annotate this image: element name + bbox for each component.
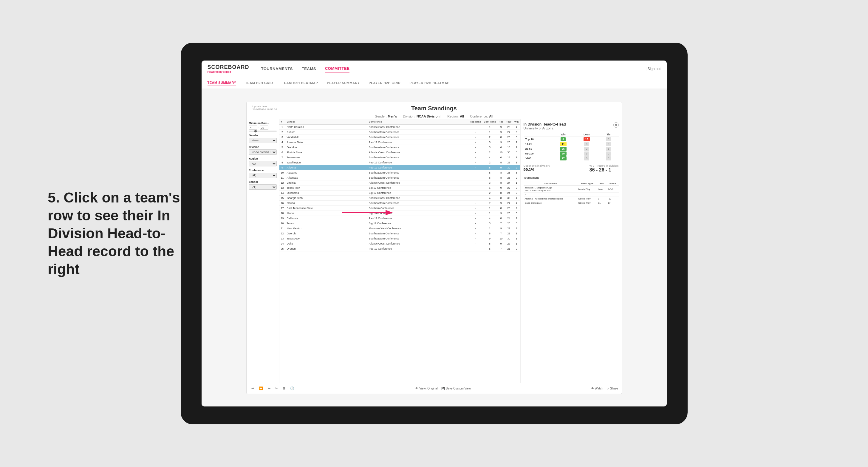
table-row[interactable]: 25 Oregon Pac-12 Conference - 5 7 21 0 xyxy=(279,246,520,251)
table-row[interactable]: 22 Georgia Southeastern Conference - 8 7… xyxy=(279,231,520,236)
table-row[interactable]: 2 Auburn Southeastern Conference - 1 9 2… xyxy=(279,130,520,135)
cell-tour: 23 xyxy=(505,125,513,130)
cell-win: 3 xyxy=(513,211,520,216)
cell-reg-rank: - xyxy=(468,236,483,241)
cell-school: Florida State xyxy=(285,150,367,155)
min-rounds-min-input[interactable] xyxy=(249,126,257,130)
cell-tour: 24 xyxy=(505,201,513,206)
cell-tour: 18 xyxy=(505,155,513,160)
table-row[interactable]: 21 New Mexico Mountain West Conference -… xyxy=(279,226,520,231)
table-row[interactable]: 23 Texas A&M Southeastern Conference - 9… xyxy=(279,236,520,241)
table-row[interactable]: 18 Illinois Big Ten Conference - 1 9 26 … xyxy=(279,211,520,216)
table-row[interactable]: 17 East Tennessee State Southern Confere… xyxy=(279,206,520,211)
table-row[interactable]: 7 Tennessee Southeastern Conference - 4 … xyxy=(279,155,520,160)
conference-sidebar-select[interactable]: (All) xyxy=(249,173,277,178)
cell-school: Alabama xyxy=(285,170,367,175)
gender-sidebar-select[interactable]: Men's xyxy=(249,138,277,143)
tournament-col-event-type: Event Type xyxy=(577,182,597,186)
col-rds: Rds xyxy=(497,119,505,125)
cell-school: Oregon xyxy=(285,246,367,251)
cell-reg-rank: - xyxy=(468,155,483,160)
col-school: School xyxy=(285,119,367,125)
h2h-close-button[interactable]: ✕ xyxy=(613,122,619,128)
cell-num: 13 xyxy=(279,186,285,191)
region-sidebar-select[interactable]: N/A xyxy=(249,161,277,166)
nav-bar: SCOREBOARD Powered by clippd TOURNAMENTS… xyxy=(202,61,667,77)
cell-reg-rank: - xyxy=(468,180,483,186)
cell-reg-rank: - xyxy=(468,186,483,191)
cell-rds: 9 xyxy=(497,186,505,191)
undo-button[interactable]: ↩ xyxy=(250,386,255,391)
cell-school: Illinois xyxy=(285,211,367,216)
step-back-button[interactable]: ⏪ xyxy=(258,386,264,391)
cell-reg-rank: - xyxy=(468,216,483,221)
table-row[interactable]: 10 Alabama Southeastern Conference - 5 8… xyxy=(279,170,520,175)
redo-button[interactable]: ↪ xyxy=(267,386,272,391)
cell-conference: Southeastern Conference xyxy=(367,175,468,180)
scissors-button[interactable]: ✂ xyxy=(274,386,279,391)
annotation-text: 5. Click on a team's row to see their In… xyxy=(48,189,197,278)
cell-conference: Southern Conference xyxy=(367,206,468,211)
table-row[interactable]: 5 Ole Miss Southeastern Conference - 3 6… xyxy=(279,145,520,150)
sub-nav-team-h2h-heatmap[interactable]: TEAM H2H HEATMAP xyxy=(282,80,318,86)
h2h-loss-over100: 0 xyxy=(575,156,598,161)
nav-item-committee[interactable]: COMMITTEE xyxy=(325,65,350,72)
table-row[interactable]: 12 Virginia Atlantic Coast Conference - … xyxy=(279,180,520,186)
nav-item-teams[interactable]: TEAMS xyxy=(302,65,316,72)
table-row[interactable]: 1 North Carolina Atlantic Coast Conferen… xyxy=(279,125,520,130)
table-row[interactable]: 4 Arizona State Pac-12 Conference - 3 9 … xyxy=(279,140,520,145)
nav-item-tournaments[interactable]: TOURNAMENTS xyxy=(261,65,293,72)
share-button[interactable]: ↗ Share xyxy=(607,387,618,390)
cell-rds: 9 xyxy=(497,125,505,130)
table-row[interactable]: 24 Duke Atlantic Coast Conference - 5 9 … xyxy=(279,241,520,246)
table-row[interactable]: 19 California Pac-12 Conference - 4 8 24… xyxy=(279,216,520,221)
cell-conference: Southeastern Conference xyxy=(367,135,468,140)
division-sidebar-select[interactable]: NCAA Division I xyxy=(249,149,277,155)
h2h-range-over100: >100 xyxy=(524,156,552,161)
school-sidebar-select[interactable]: (All) xyxy=(249,184,277,190)
h2h-tie-11-25: 0 xyxy=(598,142,618,147)
cell-reg-rank: - xyxy=(468,125,483,130)
cell-conf-rank: 2 xyxy=(483,150,497,155)
sub-nav-player-summary[interactable]: PLAYER SUMMARY xyxy=(327,80,360,86)
cell-tour: 30 xyxy=(505,165,513,170)
sub-nav-player-h2h-grid[interactable]: PLAYER H2H GRID xyxy=(369,80,400,86)
cell-win: 0 xyxy=(513,221,520,226)
table-row[interactable]: 9 Arizona Pac-12 Conference - 8 9 30 2 xyxy=(279,165,520,170)
table-row[interactable]: 14 Oklahoma Big 12 Conference - 2 8 24 2 xyxy=(279,191,520,196)
table-row[interactable]: 20 Texas Big 12 Conference - 3 7 20 0 xyxy=(279,221,520,226)
table-row[interactable]: 11 Arkansas Southeastern Conference - 6 … xyxy=(279,175,520,180)
watch-button[interactable]: 👁 Watch xyxy=(591,387,603,390)
table-row[interactable]: 13 Texas Tech Big 12 Conference - 1 9 27… xyxy=(279,186,520,191)
view-original-button[interactable]: 👁 View: Original xyxy=(415,387,438,390)
view-original-label: View: Original xyxy=(419,387,438,390)
h2h-win-11-25: 11 xyxy=(551,142,575,147)
clock-button[interactable]: 🕐 xyxy=(289,386,296,391)
panel-title: Team Standings xyxy=(288,105,580,112)
cell-tour: 23 xyxy=(505,175,513,180)
cell-reg-rank: - xyxy=(468,221,483,226)
table-row[interactable]: 6 Florida State Atlantic Coast Conferenc… xyxy=(279,150,520,155)
cell-conf-rank: 4 xyxy=(483,216,497,221)
sign-out[interactable]: | Sign out xyxy=(646,67,661,71)
tournament-name-4: Cabo Collegiate xyxy=(524,201,577,205)
sub-nav-player-h2h-heatmap[interactable]: PLAYER H2H HEATMAP xyxy=(409,80,450,86)
table-row[interactable]: 3 Vanderbilt Southeastern Conference - 2… xyxy=(279,135,520,140)
cell-rds: 9 xyxy=(497,211,505,216)
cell-num: 17 xyxy=(279,206,285,211)
sub-nav-team-summary[interactable]: TEAM SUMMARY xyxy=(208,80,237,86)
cell-win: 1 xyxy=(513,155,520,160)
record-label: W-L-T record in-division: xyxy=(589,164,619,167)
cell-tour: 23 xyxy=(505,170,513,175)
min-rounds-max-input[interactable] xyxy=(260,126,268,130)
sub-nav-team-h2h-grid[interactable]: TEAM H2H GRID xyxy=(245,80,273,86)
cell-conf-rank: 8 xyxy=(483,165,497,170)
cell-conference: Atlantic Coast Conference xyxy=(367,125,468,130)
table-row[interactable]: 15 Georgia Tech Atlantic Coast Conferenc… xyxy=(279,196,520,201)
table-row[interactable]: 16 Florida Southeastern Conference - 7 9… xyxy=(279,201,520,206)
cell-conference: Pac-12 Conference xyxy=(367,160,468,165)
save-custom-view-button[interactable]: 💾 Save Custom View xyxy=(441,387,471,390)
table-row[interactable]: 8 Washington Pac-12 Conference - 2 8 23 … xyxy=(279,160,520,165)
copy-button[interactable]: ⊞ xyxy=(281,386,286,391)
cell-rds: 7 xyxy=(497,221,505,226)
